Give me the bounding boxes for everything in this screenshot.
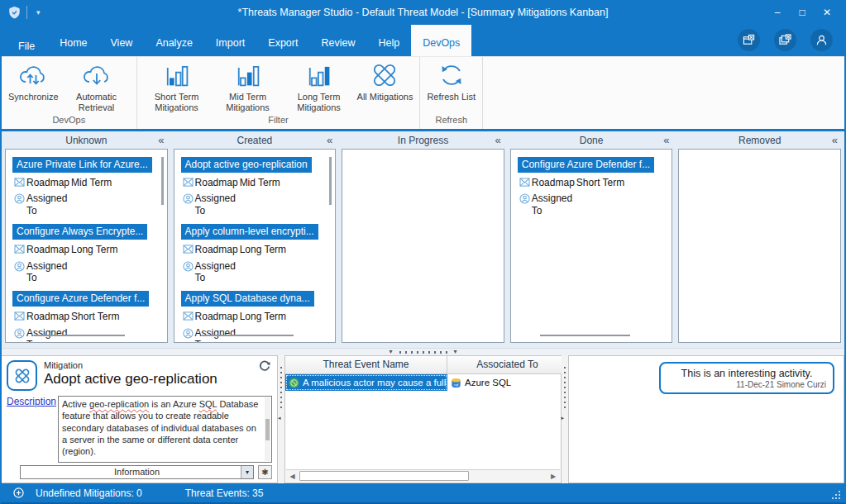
kanban-column-done: Done « Configure Azure Defender f... Roa… — [510, 133, 673, 343]
status-threat-events: Threat Events: 35 — [185, 487, 264, 499]
app-window: ▾ *Threats Manager Studio - Default Thre… — [0, 0, 846, 504]
status-bar: Undefined Mitigations: 0 Threat Events: … — [2, 483, 844, 502]
table-horizontal-scrollbar[interactable]: ◀ ▶ — [286, 469, 560, 482]
mitigation-title: Adopt active geo-replication — [44, 371, 217, 388]
status-undefined-mitigations: Undefined Mitigations: 0 — [36, 487, 142, 499]
information-dropdown[interactable]: Information ▾ — [20, 465, 254, 479]
roadmap-icon — [14, 311, 25, 321]
column-horizontal-scrollbar[interactable] — [203, 335, 294, 336]
kanban-card[interactable]: Apply column-level encrypti... RoadmapLo… — [181, 223, 327, 283]
assigned-to-icon — [14, 193, 25, 204]
tab-export[interactable]: Export — [256, 25, 309, 56]
tab-review[interactable]: Review — [309, 25, 366, 56]
assigned-to-icon — [14, 261, 25, 272]
minimize-button[interactable]: – — [765, 2, 790, 23]
kanban-column-header: Created « — [174, 133, 337, 149]
tab-import[interactable]: Import — [204, 25, 256, 56]
column-header-associated-to[interactable]: Associated To — [447, 356, 568, 374]
collapse-column-icon[interactable]: « — [832, 134, 838, 146]
collapse-column-icon[interactable]: « — [495, 134, 501, 146]
assigned-to-icon — [14, 328, 25, 339]
bottom-region: Mitigation Adopt active geo-replication … — [2, 355, 844, 483]
description-textbox[interactable]: Active geo-replication is an Azure SQL D… — [58, 396, 272, 463]
vertical-splitter-right[interactable]: ▸ — [562, 355, 568, 483]
collapse-column-icon[interactable]: « — [327, 134, 332, 146]
cloud-sync-icon — [17, 60, 49, 90]
mitigation-icon — [7, 360, 37, 391]
kanban-column-body: Azure Private Link for Azure... RoadmapM… — [5, 149, 168, 343]
collapse-column-icon[interactable]: « — [158, 134, 164, 146]
tab-help[interactable]: Help — [366, 25, 411, 56]
tab-view[interactable]: View — [99, 25, 145, 56]
description-scrollbar[interactable] — [265, 397, 270, 461]
ribbon-group-label: Filter — [141, 114, 416, 129]
annotation-meta: 11-Dec-21 Simone Curzi — [667, 380, 826, 389]
quick-access-dropdown-icon[interactable]: ▾ — [33, 7, 44, 18]
cloud-download-icon — [81, 60, 112, 90]
collapse-column-icon[interactable]: « — [663, 134, 669, 146]
kanban-board: Unknown « Azure Private Link for Azure..… — [2, 131, 844, 348]
panel-options-button[interactable]: ✱ — [258, 465, 272, 479]
column-vertical-scrollbar[interactable] — [329, 157, 332, 205]
tab-devops[interactable]: DevOps — [411, 25, 471, 56]
titlebar-divider — [26, 6, 27, 19]
roadmap-icon — [183, 311, 194, 321]
scroll-left-icon[interactable]: ◀ — [286, 470, 299, 482]
kanban-card[interactable]: Configure Azure Defender f... RoadmapSho… — [518, 156, 664, 216]
kanban-column-header: Unknown « — [5, 133, 168, 149]
column-header-threat-event-name[interactable]: Threat Event Name — [285, 356, 447, 374]
add-icon[interactable] — [13, 487, 24, 498]
description-link[interactable]: Description — [7, 396, 58, 463]
vertical-splitter-left[interactable]: ◂ — [278, 355, 284, 483]
threat-event-name-cell[interactable]: A malicious actor may cause a full-s... — [285, 374, 447, 391]
mid-term-mitigations-button[interactable]: Mid Term Mitigations — [213, 59, 284, 113]
all-mitigations-button[interactable]: All Mitigations — [355, 59, 416, 103]
tab-home[interactable]: Home — [48, 25, 98, 56]
assigned-to-icon — [519, 193, 530, 204]
refresh-item-icon[interactable] — [259, 360, 270, 372]
chevron-down-icon[interactable]: ▾ — [241, 466, 253, 478]
tab-file[interactable]: File — [2, 25, 48, 56]
column-horizontal-scrollbar[interactable] — [35, 335, 125, 336]
column-horizontal-scrollbar[interactable] — [540, 335, 630, 336]
splitter-arrow-icon: ▾ — [454, 349, 457, 355]
kanban-card[interactable]: Configure Always Encrypte... RoadmapLong… — [12, 223, 159, 283]
long-term-mitigations-button[interactable]: Long Term Mitigations — [284, 59, 355, 113]
roadmap-icon — [14, 178, 25, 187]
splitter-arrow-icon: ◂ — [278, 415, 281, 421]
azure-sql-icon: sql — [451, 378, 461, 388]
maximize-button[interactable]: □ — [790, 2, 815, 23]
refresh-list-button[interactable]: Refresh List — [424, 59, 478, 103]
close-button[interactable]: ✕ — [815, 2, 839, 23]
synchronize-button[interactable]: Synchronize — [6, 59, 61, 103]
splitter-grip — [399, 351, 447, 354]
short-term-mitigations-button[interactable]: Short Term Mitigations — [141, 59, 213, 113]
resize-grip[interactable] — [839, 497, 840, 499]
kanban-card[interactable]: Azure Private Link for Azure... RoadmapM… — [12, 156, 159, 216]
close-all-windows-button[interactable] — [774, 29, 796, 51]
close-window-button[interactable] — [738, 29, 760, 51]
horizontal-splitter[interactable]: ▾ ▾ — [2, 348, 844, 355]
annotation-note[interactable]: This is an interesting activity. 11-Dec-… — [659, 362, 834, 394]
kanban-column-removed: Removed « — [678, 133, 841, 343]
scrollbar-thumb[interactable] — [299, 471, 469, 481]
kanban-column-body: Configure Azure Defender f... RoadmapSho… — [510, 149, 673, 343]
barchart-long-icon — [305, 60, 333, 90]
window-title: *Threats Manager Studio - Default Threat… — [2, 7, 844, 18]
kanban-column-unknown: Unknown « Azure Private Link for Azure..… — [5, 133, 168, 343]
column-vertical-scrollbar[interactable] — [161, 157, 164, 205]
threat-events-pane: Threat Event Name Associated To S A mali… — [284, 355, 562, 483]
assigned-to-icon — [183, 328, 194, 339]
user-account-button[interactable] — [810, 29, 833, 51]
roadmap-icon — [14, 245, 25, 254]
associated-to-cell[interactable]: sql Azure SQL — [447, 374, 568, 391]
ribbon-group-label: DevOps — [6, 114, 132, 129]
titlebar: ▾ *Threats Manager Studio - Default Thre… — [2, 0, 844, 25]
scroll-right-icon[interactable]: ▶ — [547, 470, 560, 482]
tab-analyze[interactable]: Analyze — [144, 25, 203, 56]
table-row[interactable]: A malicious actor may cause a full-s... … — [285, 374, 561, 391]
automatic-retrieval-button[interactable]: Automatic Retrieval — [61, 59, 132, 113]
kanban-card[interactable]: Adopt active geo-replication RoadmapMid … — [181, 156, 327, 216]
annotations-pane: This is an interesting activity. 11-Dec-… — [568, 355, 845, 483]
annotation-text: This is an interesting activity. — [667, 368, 826, 379]
